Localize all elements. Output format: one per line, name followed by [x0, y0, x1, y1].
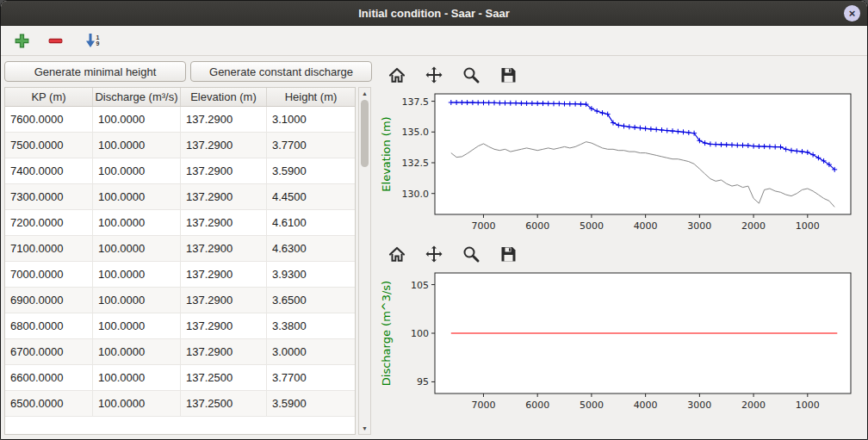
- table-cell[interactable]: 137.2900: [181, 133, 267, 158]
- table-cell[interactable]: 4.6300: [267, 236, 355, 261]
- table-cell[interactable]: 3.9300: [267, 262, 355, 287]
- svg-text:100: 100: [411, 328, 429, 339]
- table-cell[interactable]: 100.0000: [93, 365, 181, 390]
- zoom-button[interactable]: [461, 244, 481, 264]
- close-button[interactable]: ×: [844, 5, 860, 22]
- table-cell[interactable]: 100.0000: [93, 236, 181, 261]
- discharge-chart[interactable]: 700060005000400030002000100095100105Disc…: [380, 268, 859, 416]
- svg-text:2000: 2000: [741, 400, 766, 411]
- home-icon: [388, 245, 406, 263]
- svg-text:Discharge (m^3/s): Discharge (m^3/s): [380, 281, 393, 386]
- table-cell[interactable]: 6800.0000: [5, 313, 93, 338]
- table-cell[interactable]: 137.2900: [181, 184, 267, 209]
- table-cell[interactable]: 100.0000: [93, 262, 181, 287]
- table-row[interactable]: 7100.0000100.0000137.29004.6300: [5, 236, 355, 262]
- generate-constant-discharge-button[interactable]: Generate constant discharge: [190, 61, 372, 82]
- main-toolbar: 1 9: [1, 26, 867, 56]
- table-cell[interactable]: 137.2900: [181, 288, 267, 313]
- home-button[interactable]: [387, 65, 407, 85]
- table-scrollbar[interactable]: ▲ ▼: [358, 87, 371, 435]
- scroll-down-icon[interactable]: ▼: [359, 423, 370, 434]
- table-cell[interactable]: 6600.0000: [5, 365, 93, 390]
- pan-button[interactable]: [424, 244, 444, 264]
- scrollbar-thumb[interactable]: [361, 100, 369, 167]
- save-button[interactable]: [498, 65, 518, 85]
- table-cell[interactable]: 6500.0000: [5, 391, 93, 416]
- table-cell[interactable]: 137.2900: [181, 236, 267, 261]
- table-row[interactable]: 6500.0000100.0000137.25003.5900: [5, 391, 355, 417]
- zoom-button[interactable]: [461, 65, 481, 85]
- table-cell[interactable]: 137.2900: [181, 339, 267, 364]
- elevation-chart-area[interactable]: 7000600050004000300020001000130.0132.513…: [380, 89, 859, 237]
- table-cell[interactable]: 3.0000: [267, 339, 355, 364]
- table-cell[interactable]: 6700.0000: [5, 339, 93, 364]
- table-cell[interactable]: 7000.0000: [5, 262, 93, 287]
- table-cell[interactable]: 4.6100: [267, 210, 355, 235]
- right-panel: 7000600050004000300020001000130.0132.513…: [375, 56, 867, 439]
- table-cell[interactable]: 137.2900: [181, 313, 267, 338]
- table-cell[interactable]: 100.0000: [93, 210, 181, 235]
- pan-button[interactable]: [424, 65, 444, 85]
- table-cell[interactable]: 100.0000: [93, 288, 181, 313]
- table-cell[interactable]: 137.2900: [181, 107, 267, 132]
- generate-minimal-height-button[interactable]: Generate minimal height: [4, 61, 186, 82]
- discharge-chart-area[interactable]: 700060005000400030002000100095100105Disc…: [380, 268, 859, 416]
- table-cell[interactable]: 100.0000: [93, 339, 181, 364]
- remove-row-button[interactable]: [45, 30, 65, 51]
- scroll-up-icon[interactable]: ▲: [359, 88, 370, 99]
- table-row[interactable]: 7400.0000100.0000137.29003.5900: [5, 158, 355, 184]
- table-row[interactable]: 7500.0000100.0000137.29003.7700: [5, 133, 355, 158]
- sort-button[interactable]: 1 9: [78, 30, 106, 51]
- table-cell[interactable]: 100.0000: [93, 313, 181, 338]
- table-cell[interactable]: 3.5900: [267, 158, 355, 183]
- add-row-button[interactable]: [11, 30, 32, 51]
- table-cell[interactable]: 100.0000: [93, 133, 181, 158]
- table-row[interactable]: 6900.0000100.0000137.29003.6500: [5, 288, 355, 313]
- table-cell[interactable]: 137.2500: [181, 365, 267, 390]
- table-row[interactable]: 6700.0000100.0000137.29003.0000: [5, 339, 355, 365]
- table-row[interactable]: 7000.0000100.0000137.29003.9300: [5, 262, 355, 288]
- sort-number-bottom: 9: [96, 40, 100, 46]
- elevation-chart[interactable]: 7000600050004000300020001000130.0132.513…: [380, 89, 859, 237]
- table-cell[interactable]: 137.2900: [181, 158, 267, 183]
- table-cell[interactable]: 3.7700: [267, 133, 355, 158]
- table-cell[interactable]: 7500.0000: [5, 133, 93, 158]
- table-cell[interactable]: 7400.0000: [5, 158, 93, 183]
- column-header[interactable]: KP (m): [5, 88, 93, 106]
- svg-text:105: 105: [411, 280, 429, 291]
- table-cell[interactable]: 4.4500: [267, 184, 355, 209]
- column-header[interactable]: Height (m): [267, 88, 355, 106]
- svg-text:6000: 6000: [525, 220, 549, 232]
- scrollbar-track[interactable]: [359, 99, 370, 423]
- save-button[interactable]: [498, 244, 518, 264]
- column-header[interactable]: Elevation (m): [181, 88, 267, 106]
- home-button[interactable]: [387, 244, 407, 264]
- table-cell[interactable]: 137.2900: [181, 210, 267, 235]
- table-row[interactable]: 7600.0000100.0000137.29003.1000: [5, 107, 355, 133]
- sort-arrow-icon: [85, 33, 96, 49]
- table-cell[interactable]: 3.5900: [267, 391, 355, 416]
- table-cell[interactable]: 7200.0000: [5, 210, 93, 235]
- table-cell[interactable]: 137.2900: [181, 262, 267, 287]
- table-cell[interactable]: 137.2500: [181, 391, 267, 416]
- table-area: KP (m)Discharge (m³/s)Elevation (m)Heigh…: [4, 87, 372, 435]
- table-cell[interactable]: 100.0000: [93, 158, 181, 183]
- table-cell[interactable]: 100.0000: [93, 107, 181, 132]
- table-cell[interactable]: 100.0000: [93, 184, 181, 209]
- table-row[interactable]: 7200.0000100.0000137.29004.6100: [5, 210, 355, 236]
- column-header[interactable]: Discharge (m³/s): [93, 88, 181, 106]
- table-cell[interactable]: 3.7700: [267, 365, 355, 390]
- table-cell[interactable]: 6900.0000: [5, 288, 93, 313]
- table-cell[interactable]: 3.3800: [267, 313, 355, 338]
- table-row[interactable]: 6800.0000100.0000137.29003.3800: [5, 313, 355, 339]
- table-row[interactable]: 6600.0000100.0000137.25003.7700: [5, 365, 355, 391]
- table-cell[interactable]: 100.0000: [93, 391, 181, 416]
- table-row[interactable]: 7300.0000100.0000137.29004.4500: [5, 184, 355, 210]
- table-cell[interactable]: 7100.0000: [5, 236, 93, 261]
- table-cell[interactable]: 3.6500: [267, 288, 355, 313]
- table-cell[interactable]: 7600.0000: [5, 107, 93, 132]
- table-cell[interactable]: 3.1000: [267, 107, 355, 132]
- table-cell[interactable]: 7300.0000: [5, 184, 93, 209]
- titlebar[interactable]: Initial condition - Saar - Saar ×: [1, 1, 867, 26]
- sort-number-top: 1: [96, 34, 100, 40]
